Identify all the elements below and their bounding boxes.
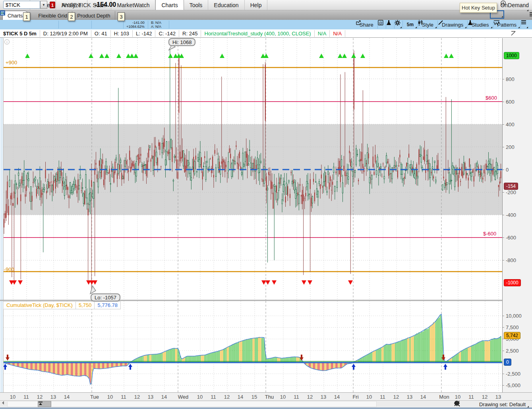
chart-settings-button[interactable] [395,20,402,29]
analysis-tools-button[interactable] [386,20,394,29]
hotkey-box-3[interactable]: 3 [118,12,125,21]
studies-flask-icon [468,20,473,26]
hotkey-1-label: 1 [25,14,28,20]
bid-ask: B: N/AA: N/A [151,21,161,29]
x-axis-hour-label: 12 [482,394,488,400]
axis-label: -600 [506,235,516,241]
down-threshold-markers [9,280,353,285]
study-label[interactable]: HorizontalTreshold_study (400, 1000, CLO… [201,30,314,37]
x-axis-hour-label: 10 [366,394,372,400]
axis-badge: -154 [504,183,518,190]
x-axis-hour-label: 11 [468,394,474,400]
menu-item-charts[interactable]: Charts [155,0,184,10]
x-axis-hour-label: 11 [211,394,216,400]
x-axis-day-label: Thu [265,394,274,400]
symbol-input[interactable]: $TICK [3,1,40,9]
x-axis-day-label: Fri [352,394,358,400]
hotkey-2-label: 2 [70,14,73,20]
chart-data-header: $TICK 5 D 5m D: 12/9/19 2:00 PM O: 41 H:… [0,29,532,38]
x-axis-hour-label: 14 [64,394,70,400]
ondemand-button[interactable]: OnDemand [500,0,529,10]
x-axis-hour-label: 10 [10,394,15,400]
svg-text:@: @ [379,21,382,25]
share-icon [356,20,362,25]
main-chart-plot[interactable] [3,38,502,300]
tab-flexible-grid-label: Flexible Grid [38,13,67,19]
lo-callout-tail [90,286,96,294]
x-axis-hour-label: 10 [280,394,286,400]
menu-item-education[interactable]: Education [208,0,244,10]
axis-badge: -1000 [504,279,521,286]
study-value-red: N/A [330,30,345,37]
share-label: Share [360,22,373,28]
x-axis-day-label: Mon [439,394,449,400]
x-axis-hour-label: 11 [121,394,126,400]
x-axis-hour-label: 12 [37,394,43,400]
notes-button[interactable]: @ [378,20,386,29]
tab-flexible-grid[interactable]: Flexible Grid [33,11,72,20]
scroll-left-button[interactable] [2,401,7,407]
minus600-label: $-600 [483,231,496,237]
lower-study-plot[interactable] [3,301,502,392]
x-axis-hour-label: 13 [321,394,326,400]
hotkey-3-label: 3 [120,14,122,20]
menu-item-marketwatch[interactable]: MarketWatch [111,0,155,10]
link-group-badge[interactable]: 1 [50,2,55,8]
studies-button[interactable]: Studies [468,20,493,29]
net-change: -141.00+1084.62% [126,21,145,29]
notes-icon: @ [378,20,384,25]
x-axis-hour-label: 12 [307,394,313,400]
bottom-scroll-bar: Drawing set: Default [0,400,532,407]
toolbar-menu-icon[interactable] [521,20,529,29]
x-axis-hour-label: 14 [238,394,243,400]
header-date: D: 12/9/19 2:00 PM [40,30,91,37]
x-axis-hour-label: 13 [407,394,412,400]
axis-label: -200 [506,189,516,195]
patterns-label: Patterns [497,22,517,28]
menu-item-tools[interactable]: Tools [184,0,209,10]
axis-label: 400 [506,122,515,127]
x-axis-hour-label: 11 [294,394,299,400]
chart-scrollbar[interactable] [7,401,377,407]
axis-label: 2,500 [506,348,519,354]
drawing-set-selector[interactable]: Drawing set: Default [479,401,529,407]
style-label: Style [422,22,433,28]
header-low: L: -142 [133,30,155,37]
header-range: R: 245 [179,30,201,37]
last-price: -154.00 [95,1,116,8]
symbol-dropdown-button[interactable]: ▼ [40,1,47,9]
upper-threshold-label: +900 [6,60,17,66]
x-axis-hour-label: 11 [380,394,385,400]
price-axis[interactable]: 8006004002000-200-400-600-8001000-154-10… [502,38,532,392]
info-icon[interactable]: i [4,39,10,44]
collapse-pane-button[interactable] [38,401,51,407]
timeframe-button[interactable]: 5m [403,20,418,29]
menu-item-help[interactable]: Help [245,0,268,10]
drawings-button[interactable]: Drawings [438,20,467,29]
hotkey-box-2[interactable]: 2 [68,12,75,21]
patterns-button[interactable]: Patterns [493,20,520,29]
x-axis-hour-label: 14 [420,394,426,400]
axis-label: 0 [506,167,509,173]
x-axis-hour-label: 13 [495,394,501,400]
lower-study-plot-value: 5,750 [76,301,95,309]
axis-label: 200 [506,144,515,150]
x-axis-hour-label: 15 [251,394,257,400]
header-high: H: 103 [111,30,133,37]
axis-label: -400 [506,212,516,218]
hotkey-box-1[interactable]: 1 [23,12,30,21]
tab-product-depth[interactable]: Product Depth [72,11,115,20]
axis-label: 7,500 [506,324,519,330]
lower-study-title[interactable]: CumulativeTick (Day, $TICK) [3,301,76,309]
share-button[interactable]: Share [356,20,377,29]
time-axis[interactable]: 1011121314Tue1011121314Wed1011121415Thu1… [0,392,532,400]
x-axis-hour-label: 10 [197,394,203,400]
window-bottom-edge [0,407,532,409]
patterns-icon [493,20,500,25]
axis-label: 600 [506,99,515,105]
hotkey-setup-tooltip: Hot Key Setup [460,3,497,13]
candle-icon [418,20,423,26]
high-callout: Hi: 1068 [168,38,195,46]
workspace-tab-row: Charts Flexible Grid Product Depth [0,10,532,20]
style-button[interactable]: Style [418,20,437,29]
